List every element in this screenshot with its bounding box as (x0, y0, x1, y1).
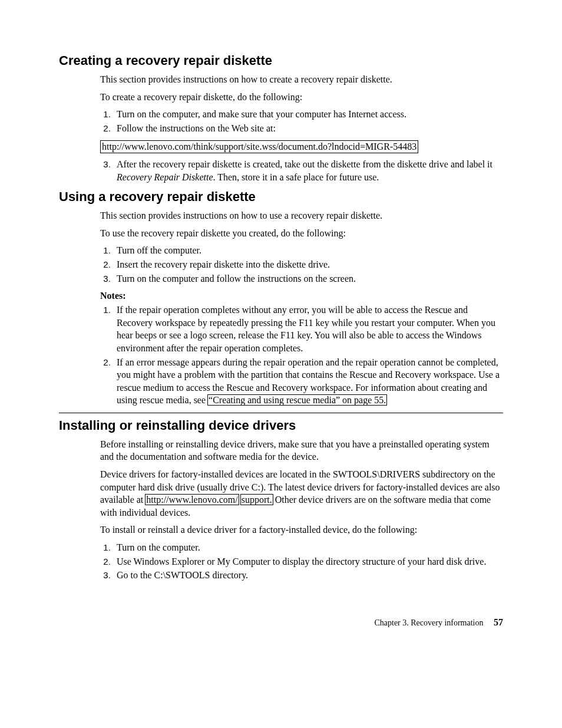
section2-intro: This section provides instructions on ho… (100, 209, 503, 222)
section3-lead: To install or reinstall a device driver … (100, 523, 503, 536)
section1-intro: This section provides instructions on ho… (100, 73, 503, 86)
list-item: After the recovery repair diskette is cr… (113, 158, 503, 183)
section3-p2: Device drivers for factory-installed dev… (100, 468, 503, 519)
footer-page-number: 57 (494, 617, 503, 627)
lenovo-support-link-2b[interactable]: support. (241, 495, 273, 505)
step3-italic: Recovery Repair Diskette (117, 172, 213, 182)
heading-installing-device-drivers: Installing or reinstalling device driver… (59, 418, 503, 433)
section1-url-line: http://www.lenovo.com/think/support/site… (100, 140, 503, 153)
heading-creating-recovery-diskette: Creating a recovery repair diskette (59, 53, 503, 68)
section1-body: This section provides instructions on ho… (100, 73, 503, 183)
section2-notes-list: If the repair operation completes withou… (100, 304, 503, 407)
list-item: Use Windows Explorer or My Computer to d… (113, 555, 503, 568)
step3-pre: After the recovery repair diskette is cr… (117, 159, 492, 169)
list-item: Turn off the computer. (113, 244, 503, 257)
section2-lead: To use the recovery repair diskette you … (100, 227, 503, 240)
rescue-media-xref-link[interactable]: “Creating and using rescue media” on pag… (208, 395, 386, 405)
list-item: Turn on the computer, and make sure that… (113, 108, 503, 121)
lenovo-support-link-2a[interactable]: http://www.lenovo.com/ (146, 495, 238, 505)
list-item: Follow the instructions on the Web site … (113, 122, 503, 135)
heading-using-recovery-diskette: Using a recovery repair diskette (59, 189, 503, 205)
footer-chapter: Chapter 3. Recovery information (374, 618, 483, 627)
section1-steps-list: Turn on the computer, and make sure that… (100, 108, 503, 134)
section3-p1: Before installing or reinstalling device… (100, 438, 503, 463)
page-footer: Chapter 3. Recovery information 57 (59, 617, 503, 628)
step3-post: . Then, store it in a safe place for fut… (213, 172, 379, 182)
list-item: If the repair operation completes withou… (113, 304, 503, 354)
section2-steps-list: Turn off the computer. Insert the recove… (100, 244, 503, 285)
list-item: If an error message appears during the r… (113, 356, 503, 407)
list-item: Insert the recovery repair diskette into… (113, 258, 503, 271)
document-page: Creating a recovery repair diskette This… (0, 0, 562, 663)
section1-lead: To create a recovery repair diskette, do… (100, 91, 503, 104)
section2-body: This section provides instructions on ho… (100, 209, 503, 407)
notes-label: Notes: (100, 291, 503, 301)
lenovo-support-link[interactable]: http://www.lenovo.com/think/support/site… (100, 140, 418, 153)
list-item: Turn on the computer. (113, 541, 503, 554)
section1-steps-list-cont: After the recovery repair diskette is cr… (100, 158, 503, 183)
section3-body: Before installing or reinstalling device… (100, 438, 503, 582)
section-divider (59, 413, 503, 413)
list-item: Go to the C:\SWTOOLS directory. (113, 569, 503, 582)
list-item: Turn on the computer and follow the inst… (113, 272, 503, 285)
section3-steps-list: Turn on the computer. Use Windows Explor… (100, 541, 503, 582)
